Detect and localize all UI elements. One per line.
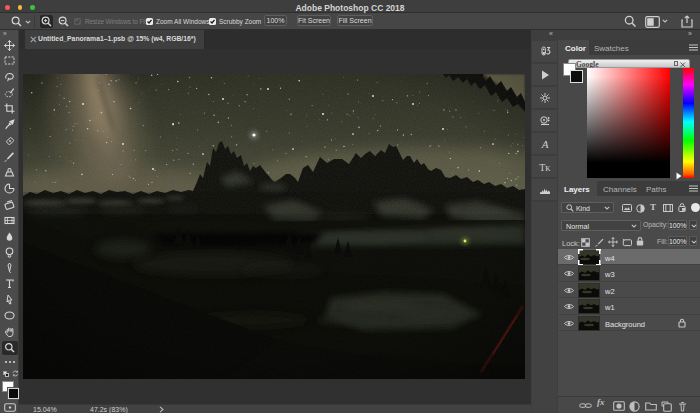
svg-text:Tᴋ: Tᴋ <box>539 162 551 173</box>
svg-text:A: A <box>541 138 549 150</box>
